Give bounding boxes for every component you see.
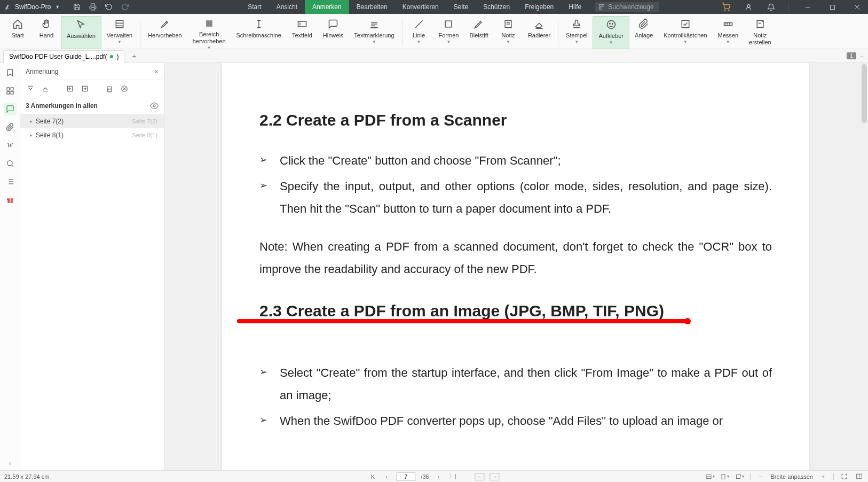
prev-page-button[interactable]: ‹	[382, 472, 391, 481]
menu-item-konvertieren[interactable]: Konvertieren	[395, 0, 446, 14]
document-scroll[interactable]: 2.2 Create a PDF from a Scanner Click th…	[164, 63, 861, 470]
delete-all-icon[interactable]	[120, 84, 129, 94]
menu-item-hilfe[interactable]: Hilfe	[561, 0, 589, 14]
menu-item-freigeben[interactable]: Freigeben	[517, 0, 561, 14]
ribbon-label: Notizerstellen	[749, 32, 771, 46]
user-icon[interactable]	[741, 0, 755, 14]
ribbon-linie[interactable]: Linie▼	[405, 16, 433, 49]
svg-point-6	[747, 4, 750, 7]
brand-dropdown-icon[interactable]: ▼	[55, 4, 60, 10]
import-icon[interactable]	[65, 84, 75, 94]
ribbon-stempel[interactable]: Stempel▼	[561, 16, 593, 49]
export-icon[interactable]	[80, 84, 90, 94]
dropdown-arrow-icon: ▼	[417, 40, 421, 45]
ribbon-label: Textfeld	[292, 32, 312, 39]
read-mode-icon[interactable]	[854, 472, 864, 481]
red-underline-annotation[interactable]	[237, 319, 689, 323]
collapse-all-icon[interactable]	[41, 84, 50, 94]
attachments-icon[interactable]	[4, 121, 17, 134]
zoom-in-button[interactable]: +	[818, 472, 828, 481]
vertical-scrollbar[interactable]	[861, 63, 868, 470]
ribbon-bereich-hervorheben[interactable]: Bereichhervorheben▼	[187, 16, 231, 49]
ribbon-hinweis[interactable]: Hinweis	[318, 16, 349, 49]
dropdown-arrow-icon: ▼	[506, 40, 510, 45]
formen-icon	[443, 18, 454, 30]
ribbon-auswählen[interactable]: Auswählen	[61, 16, 101, 49]
ribbon-kontrollkästchen[interactable]: Kontrollkästchen▼	[658, 16, 712, 49]
ribbon-anlage[interactable]: Anlage	[629, 16, 658, 49]
ribbon-notiz-erstellen[interactable]: Notizerstellen	[744, 16, 777, 49]
ribbon-verwalten[interactable]: Verwalten▼	[101, 16, 138, 49]
main-menu: StartAnsichtAnmerkenBearbeitenKonvertier…	[240, 0, 589, 14]
minimize-button[interactable]	[800, 0, 816, 14]
annotations-icon[interactable]	[4, 103, 17, 115]
ribbon-textmarkierung[interactable]: Textmarkierung▼	[349, 16, 399, 49]
next-view-button[interactable]: →	[490, 473, 500, 480]
visibility-toggle-icon[interactable]	[150, 102, 159, 110]
anlage-icon	[638, 18, 650, 30]
ribbon-bleistift[interactable]: Bleistift	[464, 16, 493, 49]
ribbon-schreibmaschine[interactable]: Schreibmaschine	[231, 16, 287, 49]
collapse-ribbon-icon[interactable]: ︿	[859, 52, 865, 60]
ribbon-label: Hervorheben	[148, 32, 182, 39]
ribbon-radierer[interactable]: Radierer	[523, 16, 556, 49]
delete-icon[interactable]	[105, 84, 114, 94]
annotation-item-label: Seite 7(2)	[36, 118, 64, 125]
menu-item-bearbeiten[interactable]: Bearbeiten	[349, 0, 395, 14]
menu-item-anmerken[interactable]: Anmerken	[305, 0, 349, 14]
search-icon[interactable]	[4, 157, 17, 170]
ribbon-formen[interactable]: Formen▼	[433, 16, 464, 49]
titlebar: SwifDoo-Pro ▼ StartAnsichtAnmerkenBearbe…	[0, 0, 868, 14]
scrollbar-thumb[interactable]	[862, 64, 867, 123]
collapse-rail-icon[interactable]: ‹	[9, 460, 11, 467]
menu-item-start[interactable]: Start	[240, 0, 269, 14]
rotate-view-icon[interactable]: ▾	[735, 472, 745, 481]
verwalten-icon	[114, 18, 125, 30]
annotation-page-item[interactable]: ▸Seite 8(1)Seite 8(1)	[20, 128, 164, 142]
next-page-button[interactable]: ›	[435, 472, 443, 481]
undo-icon[interactable]	[105, 3, 113, 11]
ribbon-hervorheben[interactable]: Hervorheben	[143, 16, 187, 49]
ribbon-hand[interactable]: Hand	[32, 16, 61, 49]
ribbon-start[interactable]: Start	[3, 16, 32, 49]
panel-close-icon[interactable]: ×	[154, 67, 159, 76]
svg-point-5	[729, 10, 729, 10]
close-button[interactable]	[849, 0, 865, 14]
zoom-fit-label[interactable]: Breite anpassen	[771, 473, 814, 480]
svg-rect-35	[682, 20, 689, 27]
annotation-page-item[interactable]: ▸Seite 7(2)Seite 7(2)	[20, 114, 164, 128]
last-page-button[interactable]: 〉|	[448, 472, 457, 481]
new-tab-button[interactable]: +	[129, 51, 139, 61]
document-tab[interactable]: SwifDoo PDF User Guide_L....pdf( )	[3, 50, 124, 63]
prev-view-button[interactable]: ←	[475, 473, 485, 480]
zoom-out-button[interactable]: −	[756, 472, 766, 481]
layers-icon[interactable]	[4, 175, 17, 188]
save-icon[interactable]	[73, 3, 81, 11]
svg-rect-46	[11, 91, 13, 94]
page-number-input[interactable]	[396, 472, 415, 481]
search-tools[interactable]: Suchwerkzeuge	[595, 2, 659, 12]
tab-strip: SwifDoo PDF User Guide_L....pdf( ) + 1 ︿	[0, 49, 868, 63]
bell-icon[interactable]	[764, 0, 778, 14]
redo-icon[interactable]	[121, 3, 129, 11]
ribbon-aufkleber[interactable]: Aufkleber▼	[593, 16, 629, 49]
fullscreen-icon[interactable]	[839, 472, 849, 481]
single-page-icon[interactable]: ▾	[720, 472, 730, 481]
first-page-button[interactable]: K	[368, 472, 377, 481]
ribbon-textfeld[interactable]: Textfeld	[287, 16, 318, 49]
menu-item-ansicht[interactable]: Ansicht	[269, 0, 305, 14]
menu-item-seite[interactable]: Seite	[446, 0, 476, 14]
highlight-fields-icon[interactable]: ▾	[705, 472, 715, 481]
gift-icon[interactable]	[4, 193, 17, 206]
print-icon[interactable]	[89, 3, 97, 11]
maximize-button[interactable]	[824, 0, 840, 14]
ribbon-messen[interactable]: Messen▼	[713, 16, 744, 49]
bookmark-icon[interactable]	[4, 66, 17, 79]
ribbon-notiz[interactable]: Notiz▼	[494, 16, 523, 49]
expand-all-icon[interactable]	[26, 84, 35, 94]
cart-icon[interactable]	[719, 0, 733, 14]
chevron-right-icon: ▸	[30, 119, 33, 124]
thumbnails-icon[interactable]	[4, 84, 17, 97]
menu-item-schützen[interactable]: Schützen	[476, 0, 517, 14]
word-icon[interactable]: W	[4, 139, 17, 152]
